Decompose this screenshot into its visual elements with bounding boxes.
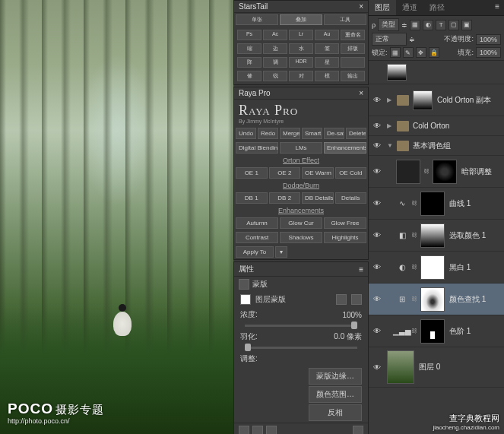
filter-type-icon[interactable]: T	[436, 20, 446, 30]
visibility-icon[interactable]: 👁	[372, 166, 382, 177]
layer-color-lookup[interactable]: 👁 ⊞ ⛓ 颜色查找 1	[369, 284, 504, 315]
link-icon[interactable]: ⛓	[411, 200, 419, 207]
starstail-header[interactable]: StarsTail ×	[234, 1, 368, 13]
invert-button[interactable]: 反相	[309, 404, 362, 421]
visibility-icon[interactable]: 👁	[372, 230, 382, 241]
panel-menu-icon[interactable]: ≡	[490, 0, 504, 15]
layer-thumb[interactable]	[396, 160, 420, 184]
shadows-button[interactable]: Shadows	[280, 232, 322, 243]
layer-name[interactable]: 暗部调整	[461, 166, 501, 177]
layer-background[interactable]: 👁 图层 0	[369, 347, 504, 388]
link-icon[interactable]: ⛓	[411, 232, 419, 239]
st-b[interactable]: 修	[237, 71, 262, 81]
layer-name[interactable]: 曲线 1	[449, 198, 501, 209]
visibility-icon[interactable]	[372, 67, 382, 78]
load-selection-icon[interactable]	[239, 426, 249, 434]
tab-paths[interactable]: 路径	[423, 0, 451, 15]
mask-a-icon[interactable]	[336, 294, 347, 305]
panel-menu-icon[interactable]: ≡	[359, 265, 363, 274]
tab-layers[interactable]: 图层	[369, 0, 396, 15]
delete-button[interactable]: Delete	[346, 128, 366, 139]
mask-edge-button[interactable]: 蒙版边缘…	[309, 368, 362, 385]
st-b[interactable]: 重命名	[341, 30, 365, 40]
autumn-button[interactable]: Autumn	[236, 217, 278, 229]
layer-group-cold-orton[interactable]: 👁 ▶ Cold Orton	[369, 116, 504, 136]
layer-hidden-top[interactable]	[369, 61, 504, 84]
st-b[interactable]: 降	[237, 57, 262, 68]
mask-mode-icon[interactable]	[239, 279, 249, 290]
filter-pixel-icon[interactable]: ▦	[410, 20, 420, 30]
st-b[interactable]: 模	[315, 71, 339, 81]
st-b[interactable]: 水	[289, 43, 313, 54]
mask-thumb[interactable]	[420, 192, 445, 216]
visibility-icon[interactable]: 👁	[372, 198, 382, 209]
layer-bw[interactable]: 👁 ◐ ⛓ 黑白 1	[369, 252, 504, 284]
layer-levels[interactable]: 👁 ▁▃▅ ⛓ 色阶 1	[369, 315, 504, 347]
st-b[interactable]: 签	[315, 43, 339, 54]
visibility-icon[interactable]: 👁	[372, 326, 382, 337]
visibility-icon[interactable]: 👁	[372, 262, 382, 273]
close-icon[interactable]: ×	[359, 2, 363, 11]
smart-button[interactable]: Smart	[302, 128, 322, 139]
st-b[interactable]	[341, 57, 365, 68]
st-b[interactable]: 调	[263, 57, 287, 68]
st-b[interactable]: 边	[263, 43, 287, 54]
layer-selective-color[interactable]: 👁 ◧ ⛓ 选取颜色 1	[369, 220, 504, 252]
layer-name[interactable]: Cold Orton	[413, 122, 501, 130]
layer-shadow-adj[interactable]: 👁 ⛓ 暗部调整	[369, 156, 504, 188]
visibility-icon[interactable]: 👁	[372, 141, 382, 151]
tab-channels[interactable]: 通道	[396, 0, 423, 15]
mask-thumb[interactable]	[420, 223, 445, 248]
st-b[interactable]: Au	[315, 30, 339, 40]
layer-name[interactable]: 色阶 1	[449, 326, 501, 337]
undo-button[interactable]: Undo	[236, 128, 256, 139]
mode-digital[interactable]: Digital Blending	[236, 142, 278, 154]
layer-name[interactable]: 图层 0	[419, 362, 501, 372]
close-icon[interactable]: ×	[359, 89, 363, 97]
contrast-button[interactable]: Contrast	[236, 232, 278, 243]
filter-shape-icon[interactable]: ▢	[449, 20, 459, 30]
density-value[interactable]: 100%	[342, 311, 362, 319]
lock-trans-icon[interactable]: ▦	[390, 47, 401, 58]
lock-all-icon[interactable]: 🔒	[429, 47, 439, 58]
st-b[interactable]: Lr	[289, 30, 313, 40]
merge-button[interactable]: Merge	[280, 128, 300, 139]
st-b[interactable]: 锐	[263, 71, 287, 81]
fill-value[interactable]: 100%	[476, 47, 501, 58]
layer-name[interactable]: 基本调色组	[413, 141, 501, 151]
disable-mask-icon[interactable]	[266, 426, 277, 434]
det-button[interactable]: Details	[335, 192, 367, 204]
visibility-icon[interactable]: 👁	[372, 121, 382, 131]
pixel-mask-icon[interactable]	[240, 294, 251, 305]
mask-b-icon[interactable]	[351, 294, 362, 305]
lock-pixel-icon[interactable]: ✎	[403, 47, 414, 58]
applyto-button[interactable]: Apply To	[236, 246, 274, 258]
st-b[interactable]: Ac	[263, 30, 287, 40]
filter-smart-icon[interactable]: ▣	[461, 20, 472, 30]
link-icon[interactable]: ⛓	[411, 328, 419, 334]
link-icon[interactable]: ⛓	[411, 264, 419, 271]
layer-name[interactable]: 黑白 1	[449, 262, 501, 273]
fold-icon[interactable]: ▶	[387, 122, 395, 129]
dbdet-button[interactable]: DB Details	[302, 192, 334, 204]
st-b[interactable]: 排版	[341, 43, 365, 54]
mask-thumb[interactable]	[420, 287, 445, 312]
desat-button[interactable]: De-sat	[324, 128, 344, 139]
mode-lms[interactable]: LMs	[280, 142, 322, 154]
oe1-button[interactable]: OE 1	[236, 167, 268, 179]
layer-name[interactable]: 选取颜色 1	[449, 230, 501, 241]
visibility-icon[interactable]: 👁	[372, 362, 382, 372]
apply-mask-icon[interactable]	[252, 426, 263, 434]
filter-adj-icon[interactable]: ◐	[423, 20, 433, 30]
layer-name[interactable]: Cold Orton 副本	[437, 95, 501, 106]
glowfree-button[interactable]: Glow Free	[324, 217, 366, 229]
layer-group-cold-orton-copy[interactable]: 👁 ▶ Cold Orton 副本	[369, 84, 504, 116]
oe2-button[interactable]: OE 2	[269, 167, 301, 179]
blend-mode[interactable]: 正常	[372, 33, 407, 46]
props-header[interactable]: 属性 ≡	[234, 262, 368, 277]
highlights-button[interactable]: Highlights	[324, 232, 366, 243]
opacity-value[interactable]: 100%	[476, 34, 501, 45]
st-b[interactable]: HDR	[289, 57, 313, 68]
oewarm-button[interactable]: OE Warm	[302, 167, 334, 179]
link-icon[interactable]: ⛓	[411, 296, 419, 303]
